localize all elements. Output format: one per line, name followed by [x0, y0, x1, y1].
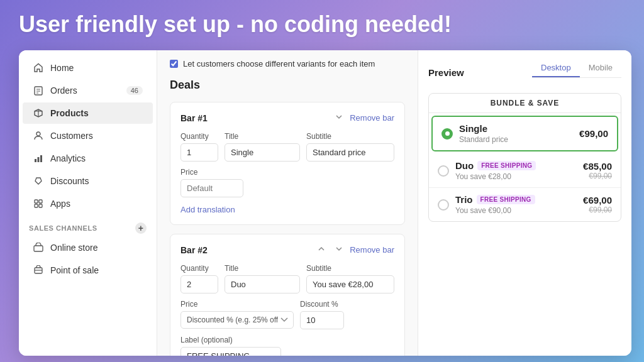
bar-2-title: Bar #2 — [180, 245, 208, 255]
bar-2-qty-input[interactable] — [180, 275, 218, 293]
bar-2-label-optional-label: Label (optional) — [180, 336, 281, 344]
bar-1-title-label: Title — [225, 132, 300, 141]
bar-2-discount-input[interactable] — [300, 311, 344, 329]
radio-duo — [438, 165, 449, 177]
sidebar-label-products: Products — [50, 108, 89, 118]
sidebar-item-orders[interactable]: Orders 46 — [23, 80, 153, 101]
single-price-col: €99,00 — [579, 128, 608, 139]
single-name: Single — [459, 123, 573, 134]
bar-1-move-down-btn[interactable] — [332, 111, 346, 124]
hero-title: User friendly set up - no coding needed! — [0, 0, 644, 45]
bar-2-fields-row-3: Label (optional) — [180, 336, 394, 356]
duo-price-col: €85,00 €99,00 — [583, 161, 612, 180]
add-sales-channel-btn[interactable]: + — [135, 222, 147, 234]
bar-2-title-input[interactable] — [225, 275, 300, 293]
sidebar-item-online-store[interactable]: Online store — [23, 237, 153, 258]
bar-1-title-group: Title — [225, 132, 300, 162]
sales-channels-label: SALES CHANNELS + — [19, 215, 157, 236]
tab-mobile[interactable]: Mobile — [580, 59, 621, 77]
bar-1-quantity-group: Quantity — [180, 132, 218, 162]
radio-trio — [438, 199, 449, 211]
trio-info: Trio FREE SHIPPING You save €90,00 — [455, 194, 577, 215]
bar-1-title-input[interactable] — [225, 143, 300, 162]
bar-1-add-translation-row: Add translation — [180, 204, 394, 216]
sidebar-item-home[interactable]: Home — [23, 57, 153, 79]
single-info: Single Standard price — [459, 123, 573, 144]
bar-1-subtitle-input[interactable] — [306, 143, 394, 162]
sidebar-item-customers[interactable]: Customers — [23, 125, 153, 146]
customers-icon — [33, 130, 44, 141]
sidebar-label-orders: Orders — [50, 85, 77, 96]
bar-1-price-input[interactable] — [180, 179, 243, 197]
bar-1-add-translation-btn[interactable]: Add translation — [180, 204, 235, 216]
bar-2-subtitle-label: Subtitle — [306, 264, 394, 273]
deals-title: Deals — [170, 79, 405, 92]
products-icon — [33, 107, 44, 119]
bar-2-label-input[interactable] — [180, 347, 281, 356]
bar-1-fields-row-2: Price — [180, 168, 394, 197]
orders-icon — [33, 85, 44, 96]
sidebar-label-analytics: Analytics — [50, 153, 86, 163]
duo-original-price: €99,00 — [583, 172, 612, 180]
svg-rect-13 — [39, 204, 42, 207]
preview-header: Preview Desktop Mobile — [428, 59, 621, 85]
bar-2-title-group: Title — [225, 264, 300, 293]
variant-checkbox-label: Let customers choose different variants … — [183, 59, 375, 69]
sidebar-label-discounts: Discounts — [50, 176, 89, 186]
bundle-item-single[interactable]: Single Standard price €99,00 — [431, 116, 618, 151]
bar-1-subtitle-group: Subtitle — [306, 132, 394, 162]
sidebar-item-products[interactable]: Products — [23, 102, 153, 124]
svg-rect-7 — [35, 159, 36, 162]
apps-icon — [33, 198, 44, 209]
bar-2-actions: Remove bar — [314, 243, 394, 256]
duo-badge: FREE SHIPPING — [477, 161, 536, 170]
trio-badge: FREE SHIPPING — [477, 195, 535, 204]
bar-2-label-group: Label (optional) — [180, 336, 281, 356]
bundle-item-trio[interactable]: Trio FREE SHIPPING You save €90,00 €69,0… — [429, 188, 621, 221]
preview-tabs: Desktop Mobile — [532, 59, 621, 78]
sidebar-item-apps[interactable]: Apps — [23, 193, 153, 214]
bundle-header: BUNDLE & SAVE — [429, 94, 621, 113]
duo-price: €85,00 — [583, 161, 612, 172]
duo-name: Duo FREE SHIPPING — [455, 160, 577, 171]
bar-1-title: Bar #1 — [180, 113, 208, 123]
radio-single — [441, 128, 453, 140]
bar-2-subtitle-group: Subtitle — [306, 264, 394, 293]
bar-2-price-label: Price — [180, 300, 294, 309]
bar-2-quantity-group: Quantity — [180, 264, 218, 293]
bundle-item-duo[interactable]: Duo FREE SHIPPING You save €28,00 €85,00… — [429, 154, 621, 188]
bundle-box: BUNDLE & SAVE Single Standard price €99,… — [428, 93, 621, 222]
bar-2-remove-btn[interactable]: Remove bar — [350, 245, 394, 255]
bar-2-card: Bar #2 Remove bar Quantity — [170, 234, 405, 356]
bar-1-actions: Remove bar — [332, 111, 394, 124]
bar-2-fields-row-1: Quantity Title Subtitle — [180, 264, 394, 293]
svg-rect-9 — [40, 155, 42, 162]
bar-2-price-group: Price Discounted % (e.g. 25% off) — [180, 300, 294, 329]
online-store-icon — [33, 242, 44, 253]
svg-rect-12 — [35, 204, 38, 207]
bar-2-move-down-btn[interactable] — [332, 243, 346, 256]
bar-2-price-select[interactable]: Discounted % (e.g. 25% off) — [180, 311, 294, 329]
bar-2-move-up-btn[interactable] — [314, 243, 328, 256]
preview-title: Preview — [428, 67, 464, 78]
bar-1-remove-btn[interactable]: Remove bar — [350, 113, 394, 123]
svg-rect-14 — [34, 246, 43, 251]
duo-info: Duo FREE SHIPPING You save €28,00 — [455, 160, 577, 181]
sidebar-item-analytics[interactable]: Analytics — [23, 148, 153, 169]
svg-rect-11 — [39, 200, 42, 203]
bar-1-qty-input[interactable] — [180, 143, 218, 162]
sidebar-item-point-of-sale[interactable]: Point of sale — [23, 260, 153, 281]
variant-checkbox[interactable] — [170, 60, 178, 68]
trio-price-col: €69,00 €99,00 — [583, 195, 612, 214]
sidebar-item-discounts[interactable]: Discounts — [23, 170, 153, 192]
bar-2-title-label: Title — [225, 264, 300, 273]
bar-1-fields-row-1: Quantity Title Subtitle — [180, 132, 394, 162]
bar-2-discount-label: Discount % — [300, 300, 344, 309]
bar-1-card: Bar #1 Remove bar Quantity Title — [170, 102, 405, 225]
tab-desktop[interactable]: Desktop — [532, 59, 580, 77]
svg-rect-8 — [38, 157, 40, 162]
duo-subtitle: You save €28,00 — [455, 172, 577, 181]
bar-2-subtitle-input[interactable] — [306, 275, 394, 293]
sidebar-label-customers: Customers — [50, 131, 93, 141]
main-container: Home Orders 46 Products Customers Anal — [19, 50, 631, 356]
